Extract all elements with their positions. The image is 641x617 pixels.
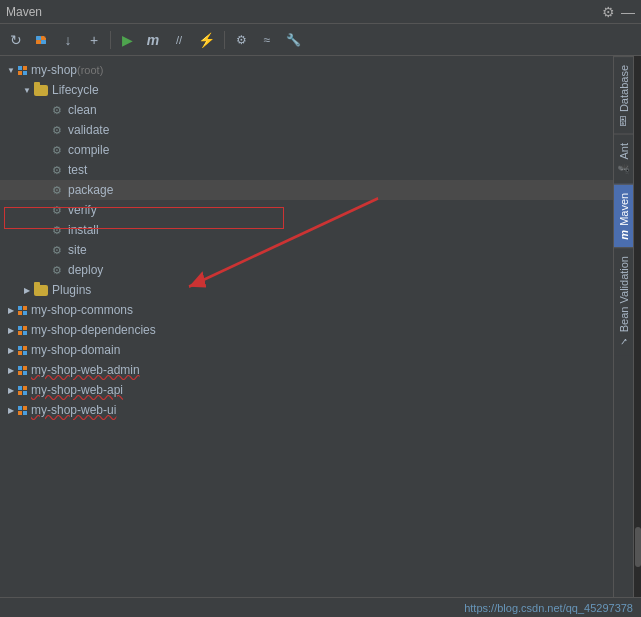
gear-button[interactable]: ⚙: [602, 4, 615, 20]
maven-button[interactable]: m: [141, 28, 165, 52]
arrow-my-shop-commons[interactable]: ▶: [4, 303, 18, 317]
icon-maven-my-shop: [18, 66, 27, 75]
label-site: site: [68, 243, 87, 257]
label-install: install: [68, 223, 99, 237]
scrollbar-thumb[interactable]: [635, 527, 641, 567]
tree-item-lifecycle[interactable]: ▼Lifecycle: [0, 80, 613, 100]
icon-maven-my-shop-commons: [18, 306, 27, 315]
skip-tests-button[interactable]: //: [167, 28, 191, 52]
tree-item-my-shop-web-admin[interactable]: ▶my-shop-web-admin: [0, 360, 613, 380]
icon-gear-clean: ⚙: [50, 103, 64, 117]
arrow-my-shop-domain[interactable]: ▶: [4, 343, 18, 357]
icon-maven-my-shop-dependencies: [18, 326, 27, 335]
label-my-shop-commons: my-shop-commons: [31, 303, 133, 317]
label-verify: verify: [68, 203, 97, 217]
tree-item-my-shop-dependencies[interactable]: ▶my-shop-dependencies: [0, 320, 613, 340]
right-scrollbar[interactable]: [633, 56, 641, 597]
svg-rect-0: [36, 36, 41, 40]
lifecycle-button[interactable]: ⚙: [229, 28, 253, 52]
tree-item-my-shop-web-api[interactable]: ▶my-shop-web-api: [0, 380, 613, 400]
icon-folder-plugins: [34, 285, 48, 296]
title-bar: Maven ⚙ —: [0, 0, 641, 24]
label-my-shop: my-shop: [31, 63, 77, 77]
download-button[interactable]: ↓: [56, 28, 80, 52]
refresh-button[interactable]: ↻: [4, 28, 28, 52]
tree-item-validate[interactable]: ⚙validate: [0, 120, 613, 140]
svg-rect-3: [41, 40, 46, 44]
tree-item-my-shop-domain[interactable]: ▶my-shop-domain: [0, 340, 613, 360]
tree-item-verify[interactable]: ⚙verify: [0, 200, 613, 220]
label-my-shop-domain: my-shop-domain: [31, 343, 120, 357]
icon-folder-lifecycle: [34, 85, 48, 96]
wrench-button[interactable]: 🔧: [281, 28, 306, 52]
arrow-my-shop-dependencies[interactable]: ▶: [4, 323, 18, 337]
icon-maven-my-shop-web-ui: [18, 406, 27, 415]
icon-gear-install: ⚙: [50, 223, 64, 237]
icon-gear-compile: ⚙: [50, 143, 64, 157]
icon-gear-package: ⚙: [50, 183, 64, 197]
tree-item-site[interactable]: ⚙site: [0, 240, 613, 260]
run-button[interactable]: ▶: [115, 28, 139, 52]
minimize-button[interactable]: —: [621, 4, 635, 20]
icon-maven-my-shop-domain: [18, 346, 27, 355]
icon-maven-my-shop-web-api: [18, 386, 27, 395]
tree-panel: ▼my-shop (root)▼Lifecycle⚙clean⚙validate…: [0, 56, 613, 597]
icon-gear-test: ⚙: [50, 163, 64, 177]
add-button[interactable]: +: [82, 28, 106, 52]
icon-gear-verify: ⚙: [50, 203, 64, 217]
toolbar: ↻ + ↓ + ▶ m // ⚡ ⚙ ≈ 🔧: [0, 24, 641, 56]
label-validate: validate: [68, 123, 109, 137]
label-clean: clean: [68, 103, 97, 117]
lightning-button[interactable]: ⚡: [193, 28, 220, 52]
side-tab-database[interactable]: 🗄 Database: [614, 56, 633, 134]
icon-gear-validate: ⚙: [50, 123, 64, 137]
tree-item-test[interactable]: ⚙test: [0, 160, 613, 180]
tree-item-package[interactable]: ⚙package: [0, 180, 613, 200]
tree-item-my-shop-web-ui[interactable]: ▶my-shop-web-ui: [0, 400, 613, 420]
tree-item-clean[interactable]: ⚙clean: [0, 100, 613, 120]
tree-item-plugins[interactable]: ▶Plugins: [0, 280, 613, 300]
icon-gear-deploy: ⚙: [50, 263, 64, 277]
toolbar-sep-2: [224, 31, 225, 49]
label-plugins: Plugins: [52, 283, 91, 297]
label-test: test: [68, 163, 87, 177]
label-my-shop-web-api: my-shop-web-api: [31, 383, 123, 397]
label-extra-my-shop: (root): [77, 64, 103, 76]
arrow-my-shop-web-ui[interactable]: ▶: [4, 403, 18, 417]
profiles-button[interactable]: ≈: [255, 28, 279, 52]
tree-item-compile[interactable]: ⚙compile: [0, 140, 613, 160]
label-my-shop-dependencies: my-shop-dependencies: [31, 323, 156, 337]
arrow-my-shop[interactable]: ▼: [4, 63, 18, 77]
icon-maven-my-shop-web-admin: [18, 366, 27, 375]
label-my-shop-web-admin: my-shop-web-admin: [31, 363, 140, 377]
label-deploy: deploy: [68, 263, 103, 277]
arrow-lifecycle[interactable]: ▼: [20, 83, 34, 97]
svg-rect-1: [36, 40, 41, 44]
side-tab-maven[interactable]: m Maven: [614, 184, 633, 248]
status-bar: https://blog.csdn.net/qq_45297378: [0, 597, 641, 617]
icon-gear-site: ⚙: [50, 243, 64, 257]
label-package: package: [68, 183, 113, 197]
arrow-my-shop-web-admin[interactable]: ▶: [4, 363, 18, 377]
toolbar-sep-1: [110, 31, 111, 49]
add-module-button[interactable]: +: [30, 28, 54, 52]
tree-item-deploy[interactable]: ⚙deploy: [0, 260, 613, 280]
side-tabs: 🗄 Database 🐜 Ant m Maven ✓ Bean Validati…: [613, 56, 633, 597]
side-tab-bean-validation[interactable]: ✓ Bean Validation: [614, 247, 633, 355]
tree-item-install[interactable]: ⚙install: [0, 220, 613, 240]
label-lifecycle: Lifecycle: [52, 83, 99, 97]
svg-text:+: +: [44, 33, 48, 39]
tree-item-my-shop[interactable]: ▼my-shop (root): [0, 60, 613, 80]
label-compile: compile: [68, 143, 109, 157]
status-url: https://blog.csdn.net/qq_45297378: [464, 602, 633, 614]
title-label: Maven: [6, 5, 42, 19]
arrow-my-shop-web-api[interactable]: ▶: [4, 383, 18, 397]
arrow-plugins[interactable]: ▶: [20, 283, 34, 297]
side-tab-ant[interactable]: 🐜 Ant: [614, 134, 633, 184]
tree-item-my-shop-commons[interactable]: ▶my-shop-commons: [0, 300, 613, 320]
label-my-shop-web-ui: my-shop-web-ui: [31, 403, 116, 417]
